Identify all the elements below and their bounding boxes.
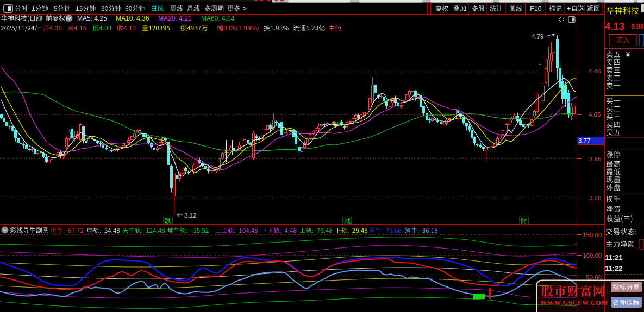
svg-text:MA5: 4.25: MA5: 4.25: [77, 15, 107, 22]
svg-text:150.00: 150.00: [583, 232, 602, 238]
svg-text:MA60: 4.04: MA60: 4.04: [201, 15, 235, 22]
svg-text:3.65: 3.65: [589, 156, 601, 162]
svg-text:F10: F10: [530, 5, 542, 12]
svg-text:WWW.GSCFW.COM: WWW.GSCFW.COM: [540, 299, 608, 307]
svg-text:3.28: 3.28: [589, 195, 601, 201]
svg-text:4.46: 4.46: [589, 68, 601, 74]
svg-text:50.00: 50.00: [586, 274, 602, 281]
svg-text:4.13: 4.13: [605, 21, 624, 32]
svg-text:3.77: 3.77: [578, 137, 590, 144]
svg-text:0.08: 0.08: [631, 23, 644, 30]
svg-text:4.79: 4.79: [532, 33, 543, 40]
svg-text:¥: ¥: [626, 51, 630, 59]
svg-text:MA20: 4.21: MA20: 4.21: [158, 15, 192, 22]
svg-text:4.05: 4.05: [589, 111, 601, 118]
svg-text:>: >: [243, 4, 247, 12]
svg-text:3.12: 3.12: [184, 212, 196, 219]
svg-text:+: +: [567, 5, 571, 12]
svg-text:11:22: 11:22: [605, 264, 623, 272]
svg-text:MA10: 4.36: MA10: 4.36: [116, 15, 149, 22]
svg-text:100.00: 100.00: [583, 252, 602, 259]
svg-text:11:21: 11:21: [605, 253, 623, 262]
